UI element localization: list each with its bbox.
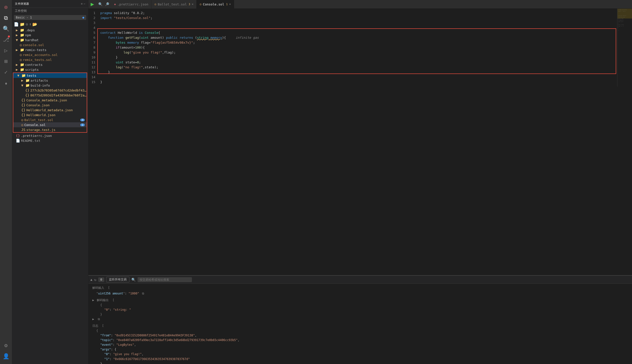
tree-item-console-sol[interactable]: ◎ console.sol [12, 42, 88, 47]
tab-prettierrc[interactable]: ◈ .prettierrc.json [111, 0, 151, 9]
tree-item-hash1[interactable]: {} 277cb2b70305a67dd7cd2dedbf43cfcd.... [13, 88, 87, 93]
workspace-name: Basic - 1 [16, 16, 32, 19]
tree-item-remix-accounts[interactable]: ◎ remix_accounts.sol [12, 52, 88, 57]
log-args-1-content: "0": "give you flag!", "1": "0x666c61677… [100, 352, 628, 361]
activity-bar: ◎ ⧉ 🔍 ⎇ ▷ ⊞ ✓ ⬧ ⚙ 👤 [0, 0, 12, 364]
code-line-1: pragma solidity ^0.8.2; [100, 10, 617, 16]
log-entry-1: { "from": "0xd9145CCE52D0886f254917e481e… [92, 328, 628, 364]
tree-item-hash2[interactable]: {} 86775d2093d2fa43856bbe760f2a1b7... [13, 93, 87, 98]
debug-icon[interactable]: ▷ [1, 46, 11, 55]
expand-icon-2[interactable]: ▶ [92, 318, 94, 321]
tree-item-tests[interactable]: ▼ 📁 tests [13, 73, 87, 78]
bracket-open: [ [108, 286, 110, 290]
tree-item-console-json[interactable]: {} Console.json [13, 102, 87, 108]
tree-item-label: remix-tests [25, 48, 88, 52]
tab-label: .prettierrc.json [117, 2, 148, 6]
log-from-1: "from": "0xd9145CCE52D0886f254917e481eB4… [100, 333, 628, 338]
tree-item-ballot-test[interactable]: ◎ Ballot_test.sol 3 [13, 118, 87, 122]
tree-item-label: Ballot_test.sol [24, 118, 80, 122]
tab-label: Ballot_test.sol [158, 2, 187, 6]
tree-item-helloworld-meta[interactable]: {} HelloWorld_metadata.json [13, 108, 87, 112]
tab-bar: ▶ 🔍 🔎 ◈ .prettierrc.json ◎ Ballot_test.s… [88, 0, 632, 9]
search-tx-icon[interactable]: 🔍 [131, 278, 136, 282]
new-folder-icon[interactable]: 📁 [20, 22, 25, 27]
tab-sol-icon: ◎ [154, 2, 156, 6]
run-button[interactable]: ▶ [88, 0, 96, 9]
new-file-icon[interactable]: 📄 [14, 22, 19, 27]
zoom-in-icon[interactable]: 🔎 [104, 2, 110, 7]
json-icon: {} [21, 98, 26, 102]
decoded-output-line3: } [100, 312, 628, 317]
more-icon[interactable]: ⋯ [84, 2, 85, 6]
amount-val: "1000" [128, 292, 139, 295]
tree-item-remix-tests[interactable]: ▶ 📁 remix-tests [12, 47, 88, 52]
tree-item-deps[interactable]: ▶ 📁 .deps [12, 28, 88, 32]
search-tx-input[interactable] [138, 277, 192, 282]
listen-all-button[interactable]: 监听所有交易 [106, 277, 129, 282]
tree-item-label: Console.sol [24, 123, 80, 127]
sol-icon: ◎ [21, 118, 23, 122]
expand-icon[interactable]: ▲ [90, 278, 92, 282]
tab-label: Console.sol [203, 2, 224, 6]
copy-btn-1[interactable]: ⧉ [142, 292, 144, 295]
code-line-4 [100, 26, 617, 30]
tree-item-label: remix_tests.sol [23, 58, 88, 62]
github-icon[interactable]: ⊙ [26, 22, 28, 27]
tree-item-label: scripts [25, 68, 88, 72]
search-icon[interactable]: 🔍 [1, 24, 11, 34]
workspace-row: 工作空间 [12, 8, 88, 14]
tree-item-console-file[interactable]: ◎ Console.sol 1 [13, 122, 87, 127]
console-badge: 1 [80, 124, 85, 126]
tab-console[interactable]: ◎ Console.sol 1 × [196, 0, 234, 9]
workspace-selector[interactable]: Basic - 1 ● [14, 15, 86, 20]
tree-item-build-info[interactable]: ▼ 📁 build-info [13, 83, 87, 88]
tab-ballot[interactable]: ◎ Ballot_test.sol 3 × [151, 0, 196, 9]
tab-close-console[interactable]: × [229, 2, 231, 6]
tree-item-label: 86775d2093d2fa43856bbe760f2a1b7... [30, 94, 87, 97]
decoded-input-label: 解码输入 [92, 286, 104, 290]
logo-icon[interactable]: ◎ [1, 2, 11, 12]
tree-item-hardhat[interactable]: ▼ 📁 hardhat [12, 38, 88, 42]
tree-item-storage-test[interactable]: JS storage.test.js [13, 127, 87, 132]
test-icon[interactable]: ✓ [1, 67, 11, 77]
tree-item-npm[interactable]: ▶ 📁 npm [12, 32, 88, 38]
tree-item-contracts[interactable]: ▶ 📁 contracts [12, 62, 88, 67]
tree-item-scripts[interactable]: ▶ 📁 scripts [12, 67, 88, 72]
tree-item-label: hardhat [25, 38, 88, 42]
tree-item-artifacts[interactable]: ▶ 📁 artifacts [13, 78, 87, 83]
refresh-icon[interactable]: ↻ [94, 278, 96, 282]
logs-header: 日志 [ [92, 324, 628, 328]
copy-btn-2[interactable]: ⧉ [98, 318, 100, 321]
account-icon[interactable]: 👤 [1, 351, 11, 361]
folder-icon: ▶ 📁 [16, 48, 24, 52]
expand-decoded-icon[interactable]: ▶ [92, 298, 94, 302]
json-icon: {} [21, 103, 26, 107]
source-control-icon[interactable]: ⎇ [1, 34, 11, 44]
tree-item-console-meta[interactable]: {} Console_metadata.json [13, 98, 87, 102]
workspace-circle: ● [83, 16, 84, 19]
tree-item-readme[interactable]: 📄 README.txt [12, 138, 88, 143]
collapse-icon[interactable]: ≡ [81, 2, 83, 6]
code-lines: pragma solidity ^0.8.2; import "tests/Co… [98, 9, 617, 86]
settings-icon[interactable]: ⚙ [1, 340, 11, 350]
log-args-close-1: } [100, 362, 628, 364]
tree-item-label: Console.json [27, 103, 87, 107]
bottom-content: 解码输入 [ "uint256 amount": "1000" ⧉ ▶ 解码输出… [88, 284, 632, 364]
code-line-6: function getFlag(uint amount) public ret… [100, 35, 617, 40]
files-icon[interactable]: ⧉ [1, 13, 11, 23]
log-bracket-open: [ [102, 324, 104, 328]
tree-item-remix-tests-sol[interactable]: ◎ remix_tests.sol [12, 57, 88, 62]
extensions-icon[interactable]: ⊞ [1, 56, 11, 66]
log-fields-1: "from": "0xd9145CCE52D0886f254917e481eB4… [96, 333, 628, 364]
zoom-out-icon[interactable]: 🔍 [97, 2, 103, 7]
editor-area: 1234 5678 9101112 131415 pragma solidity… [88, 9, 632, 364]
json-icon: {} [25, 93, 29, 97]
tree-item-helloworld-json[interactable]: {} HelloWorld.json [13, 112, 87, 118]
js-icon: JS [21, 128, 26, 132]
tab-close-ballot[interactable]: × [192, 2, 193, 6]
person-icon[interactable]: ⬧ [1, 78, 11, 88]
open-folder-icon[interactable]: 📂 [32, 22, 37, 27]
tree-item-prettierrc[interactable]: {} .prettierrc.json [12, 133, 88, 138]
log-brace-open: { [96, 328, 628, 333]
upload-icon[interactable]: ⬆ [29, 22, 32, 27]
